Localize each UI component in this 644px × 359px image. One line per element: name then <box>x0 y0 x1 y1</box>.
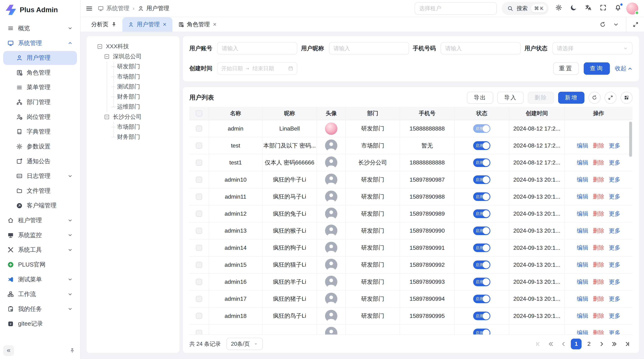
filter-input[interactable] <box>440 42 521 54</box>
page-size-select[interactable]: 20条/页 <box>226 338 263 350</box>
table-scrollbar[interactable] <box>629 122 632 157</box>
sidebar-item[interactable]: 菜单管理 <box>3 80 77 94</box>
refresh-icon[interactable] <box>600 21 606 27</box>
status-toggle[interactable]: 启用 <box>473 329 490 335</box>
sidebar-item[interactable]: 我的任务 <box>3 302 77 316</box>
status-toggle[interactable]: 启用 <box>473 209 490 218</box>
row-checkbox[interactable] <box>196 330 202 335</box>
row-checkbox[interactable] <box>196 160 202 166</box>
row-checkbox[interactable] <box>196 142 202 149</box>
status-toggle[interactable]: 启用 <box>473 192 490 201</box>
status-toggle[interactable]: 启用 <box>473 141 490 150</box>
tree-node[interactable]: 财务部门 <box>90 132 176 142</box>
status-toggle[interactable]: 启用 <box>473 244 490 252</box>
edit-link[interactable]: 编辑 <box>577 193 588 201</box>
edit-link[interactable]: 编辑 <box>577 176 588 184</box>
sidebar-item[interactable]: 系统监控 <box>3 228 77 242</box>
pager-button[interactable] <box>558 339 569 349</box>
more-link[interactable]: 更多 <box>609 193 620 201</box>
pager-button[interactable] <box>546 339 556 349</box>
row-checkbox[interactable] <box>196 125 202 132</box>
edit-link[interactable]: 编辑 <box>577 227 588 235</box>
sidebar-item[interactable]: 字典管理 <box>3 125 77 139</box>
more-link[interactable]: 更多 <box>609 176 620 184</box>
row-checkbox[interactable] <box>196 177 202 183</box>
status-toggle[interactable]: 启用 <box>473 295 490 303</box>
edit-link[interactable]: 编辑 <box>577 278 588 286</box>
delete-button[interactable]: 删除 <box>528 92 554 104</box>
status-toggle[interactable]: 启用 <box>473 124 490 133</box>
edit-link[interactable]: 编辑 <box>577 142 588 150</box>
sidebar-item[interactable]: 概览 <box>3 21 77 35</box>
pager-button[interactable] <box>609 339 620 349</box>
sidebar-item[interactable]: 用户管理 <box>3 51 77 65</box>
tree-node[interactable]: 运维部门 <box>90 102 176 112</box>
more-link[interactable]: 更多 <box>609 159 620 167</box>
breadcrumb-item[interactable]: 系统管理 <box>98 4 129 12</box>
tab[interactable]: 用户管理 <box>122 17 172 32</box>
sidebar-item[interactable]: ¥ gitee记录 <box>3 317 77 331</box>
row-checkbox[interactable] <box>196 296 202 302</box>
delete-link[interactable]: 删除 <box>593 210 604 218</box>
delete-link[interactable]: 删除 <box>593 312 604 320</box>
delete-link[interactable]: 删除 <box>593 278 604 286</box>
more-link[interactable]: 更多 <box>609 142 620 150</box>
pager-button[interactable] <box>596 339 607 349</box>
sidebar-item[interactable]: 系统工具 <box>3 243 77 257</box>
sidebar-item[interactable]: 系统管理 <box>3 36 77 50</box>
row-checkbox[interactable] <box>196 279 202 285</box>
row-checkbox[interactable] <box>196 262 202 268</box>
pin-icon[interactable] <box>70 348 75 354</box>
status-toggle[interactable]: 启用 <box>473 175 490 184</box>
delete-link[interactable]: 删除 <box>593 227 604 235</box>
sidebar-item[interactable]: 测试菜单 <box>3 273 77 286</box>
date-range-input[interactable]: 开始日期 结束日期 <box>217 62 297 75</box>
delete-link[interactable]: 删除 <box>593 329 604 335</box>
pin-icon[interactable] <box>111 22 117 27</box>
tree-node[interactable]: 市场部门 <box>90 72 176 82</box>
edit-link[interactable]: 编辑 <box>577 312 588 320</box>
select-all-checkbox[interactable] <box>196 110 202 116</box>
pager-button[interactable] <box>533 339 544 349</box>
delete-link[interactable]: 删除 <box>593 159 604 167</box>
delete-link[interactable]: 删除 <box>593 261 604 269</box>
breadcrumb-item[interactable]: 用户管理 <box>138 4 170 12</box>
status-toggle[interactable]: 启用 <box>473 158 490 167</box>
pager-button[interactable] <box>622 339 632 349</box>
more-link[interactable]: 更多 <box>609 261 620 269</box>
more-link[interactable]: 更多 <box>609 210 620 218</box>
edit-link[interactable]: 编辑 <box>577 244 588 252</box>
delete-link[interactable]: 删除 <box>593 244 604 252</box>
status-toggle[interactable]: 启用 <box>473 227 490 235</box>
tree-node[interactable]: 测试部门 <box>90 82 176 92</box>
row-checkbox[interactable] <box>196 245 202 251</box>
pager-button[interactable]: 2 <box>584 339 594 349</box>
edit-link[interactable]: 编辑 <box>577 295 588 303</box>
tree-node[interactable]: 研发部门 <box>90 61 176 71</box>
filter-input[interactable] <box>552 42 632 54</box>
status-toggle[interactable]: 启用 <box>473 261 490 269</box>
delete-link[interactable]: 删除 <box>593 176 604 184</box>
sidebar-item[interactable]: 部门管理 <box>3 95 77 109</box>
row-checkbox[interactable] <box>196 211 202 217</box>
avatar[interactable] <box>626 2 638 14</box>
chevron-down-icon[interactable] <box>613 21 619 27</box>
add-button[interactable]: 新增 <box>558 92 584 104</box>
collapse-box-icon[interactable] <box>104 114 110 120</box>
edit-link[interactable]: 编辑 <box>577 210 588 218</box>
sidebar-item[interactable]: DEV 日志管理 <box>3 169 77 183</box>
more-link[interactable]: 更多 <box>609 329 620 335</box>
more-link[interactable]: 更多 <box>609 312 620 320</box>
more-link[interactable]: 更多 <box>609 244 620 252</box>
hamburger-icon[interactable] <box>86 5 93 12</box>
tab[interactable]: 角色管理 <box>172 17 222 32</box>
delete-link[interactable]: 删除 <box>593 295 604 303</box>
sidebar-item[interactable]: 参数设置 <box>3 139 77 153</box>
row-checkbox[interactable] <box>196 313 202 319</box>
collapse-box-icon[interactable] <box>97 44 103 49</box>
more-link[interactable]: 更多 <box>609 227 620 235</box>
row-checkbox[interactable] <box>196 194 202 200</box>
sidebar-item[interactable]: 岗位管理 <box>3 110 77 124</box>
sidebar-item[interactable]: 角色管理 <box>3 66 77 79</box>
status-toggle[interactable]: 启用 <box>473 312 490 320</box>
